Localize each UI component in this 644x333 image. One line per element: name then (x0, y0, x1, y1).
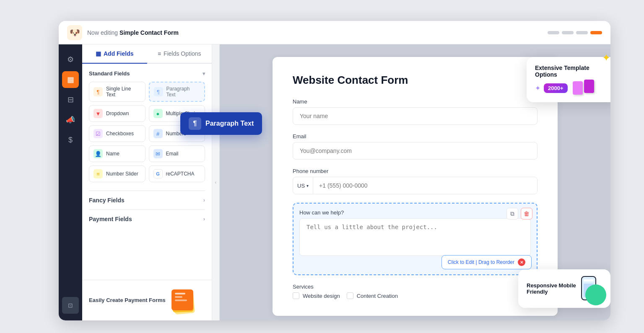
fancy-fields-header[interactable]: Fancy Fields › (89, 197, 205, 204)
checkbox-website-design[interactable] (293, 292, 299, 299)
service-content-creation-label: Content Creation (357, 293, 398, 299)
tab-add-fields-label: Add Fields (104, 50, 134, 57)
app-container: 🐶 Now editing Simple Contact Form ⚙ ▦ ⊟ … (59, 21, 610, 320)
field-item-paragraph-text[interactable]: ¶ Paragraph Text (149, 82, 205, 102)
checkbox-content-creation[interactable] (347, 292, 353, 299)
payment-fields-chevron-icon: › (203, 216, 205, 222)
service-website-design[interactable]: Website design (293, 292, 340, 299)
services-label: Services (293, 284, 538, 290)
sidebar-icons: ⚙ ▦ ⊟ 📣 $ ⊡ (59, 44, 82, 320)
fancy-fields-section: Fancy Fields › (89, 191, 205, 209)
collapse-icon: ‹ (215, 180, 216, 185)
dropdown-icon: ▼ (93, 109, 103, 118)
sidebar-icon-marketing[interactable]: 📣 (62, 111, 79, 128)
email-field-group: Email (293, 133, 538, 160)
fields-content: Standard Fields ▾ ¶ Single Line Text ¶ P… (82, 64, 212, 280)
multiple-choice-label: Multiple Choice (166, 111, 200, 116)
field-item-numbers[interactable]: # Numbers (149, 125, 205, 142)
delete-button[interactable]: 🗑 (521, 208, 532, 219)
promo-illustration (171, 287, 197, 314)
multiple-choice-icon: ● (153, 109, 163, 118)
email-label: Email (293, 133, 538, 139)
sidebar-icon-payments[interactable]: $ (62, 132, 79, 148)
panel-promo: Easily Create Payment Forms (82, 280, 212, 320)
message-field-group[interactable]: ⧉ 🗑 How can we help? Click to Edit | Dra… (293, 203, 538, 275)
promo-text: Easily Create Payment Forms (89, 297, 166, 304)
sidebar-icon-customize[interactable]: ⊟ (62, 91, 79, 108)
number-slider-label: Number Slider (106, 171, 138, 177)
email-input[interactable] (293, 142, 538, 160)
field-item-number-slider[interactable]: ≡ Number Slider (89, 165, 145, 182)
dot-2 (562, 31, 574, 34)
services-checkboxes: Website design Content Creation (293, 292, 538, 299)
standard-fields-label: Standard Fields (89, 70, 130, 77)
phone-country-selector[interactable]: US ▾ (293, 177, 313, 194)
field-actions: ⧉ 🗑 (506, 208, 532, 219)
paragraph-text-icon: ¶ (154, 87, 163, 96)
message-textarea[interactable] (299, 218, 531, 256)
template-promo-title: Extensive Template Options (535, 65, 610, 78)
mobile-promo-card: Responsive Mobile Friendly (518, 269, 610, 308)
form-title: Website Contact Form (293, 74, 538, 87)
email-label: Email (166, 151, 179, 157)
field-item-name[interactable]: 👤 Name (89, 145, 145, 162)
sidebar-bottom-icon: ⊡ (62, 297, 79, 314)
dropdown-label: Dropdown (106, 111, 129, 116)
phone-label: Phone number (293, 168, 538, 174)
standard-fields-header[interactable]: Standard Fields ▾ (89, 70, 205, 77)
single-line-text-icon: ¶ (93, 87, 103, 96)
field-item-single-line-text[interactable]: ¶ Single Line Text (89, 82, 145, 102)
country-code-text: US (297, 183, 305, 189)
field-item-email[interactable]: ✉ Email (149, 145, 205, 162)
body-area: ⚙ ▦ ⊟ 📣 $ ⊡ ▦ Add Fields ≡ Fields Option… (59, 44, 610, 320)
recaptcha-icon: G (153, 169, 163, 178)
payment-fields-header[interactable]: Payment Fields › (89, 216, 205, 222)
field-item-dropdown[interactable]: ▼ Dropdown (89, 105, 145, 122)
checkboxes-icon: ☑ (93, 129, 103, 138)
service-content-creation[interactable]: Content Creation (347, 292, 398, 299)
panel-tabs: ▦ Add Fields ≡ Fields Options (82, 44, 212, 64)
edit-bar[interactable]: Click to Edit | Drag to Reorder ✕ (441, 255, 532, 269)
chevron-down-icon: ▾ (203, 71, 205, 77)
payment-fields-section: Payment Fields › (89, 209, 205, 228)
tab-fields-options-label: Fields Options (164, 50, 201, 57)
form-card: Website Contact Form Name Email Phone nu… (273, 57, 558, 316)
phone-number-input[interactable] (313, 177, 537, 194)
number-slider-icon: ≡ (93, 169, 103, 178)
name-icon: 👤 (93, 149, 103, 158)
form-name: Simple Contact Form (119, 29, 179, 36)
payment-fields-label: Payment Fields (89, 216, 132, 222)
dot-4-active (590, 31, 602, 34)
sparkle-icon: ✦ (535, 84, 540, 92)
single-line-text-label: Single Line Text (106, 86, 141, 98)
name-label: Name (293, 98, 538, 105)
message-label: How can we help? (299, 209, 531, 216)
country-chevron-icon: ▾ (306, 183, 309, 188)
field-item-multiple-choice[interactable]: ● Multiple Choice (149, 105, 205, 122)
top-bar: 🐶 Now editing Simple Contact Form (59, 21, 610, 44)
dot-1 (548, 31, 559, 34)
progress-dots (548, 31, 602, 34)
duplicate-button[interactable]: ⧉ (506, 208, 518, 219)
sidebar-icon-settings[interactable]: ⚙ (62, 51, 79, 68)
logo-icon: 🐶 (67, 25, 82, 40)
dot-3 (576, 31, 588, 34)
paragraph-text-label: Paragraph Text (166, 86, 200, 98)
template-promo-card: ✦ Extensive Template Options ✦ 2000+ (527, 57, 610, 102)
tab-fields-options[interactable]: ≡ Fields Options (147, 44, 212, 64)
phone-field-group: Phone number US ▾ (293, 168, 538, 194)
fancy-fields-label: Fancy Fields (89, 197, 125, 204)
field-item-recaptcha[interactable]: G reCAPTCHA (149, 165, 205, 182)
close-edit-bar-button[interactable]: ✕ (518, 258, 525, 266)
phone-input-wrapper: US ▾ (293, 177, 538, 194)
field-item-checkboxes[interactable]: ☑ Checkboxes (89, 125, 145, 142)
fields-options-icon: ≡ (158, 50, 161, 57)
sidebar-icon-forms[interactable]: ▦ (62, 71, 79, 88)
panel-collapse-handle[interactable]: ‹ (212, 44, 220, 320)
tab-add-fields[interactable]: ▦ Add Fields (82, 44, 147, 64)
name-input[interactable] (293, 107, 538, 125)
services-section: Services Website design Content Creation (293, 284, 538, 299)
add-fields-icon: ▦ (96, 50, 101, 57)
star-icon: ✦ (602, 52, 610, 64)
fancy-fields-chevron-icon: › (203, 197, 205, 203)
